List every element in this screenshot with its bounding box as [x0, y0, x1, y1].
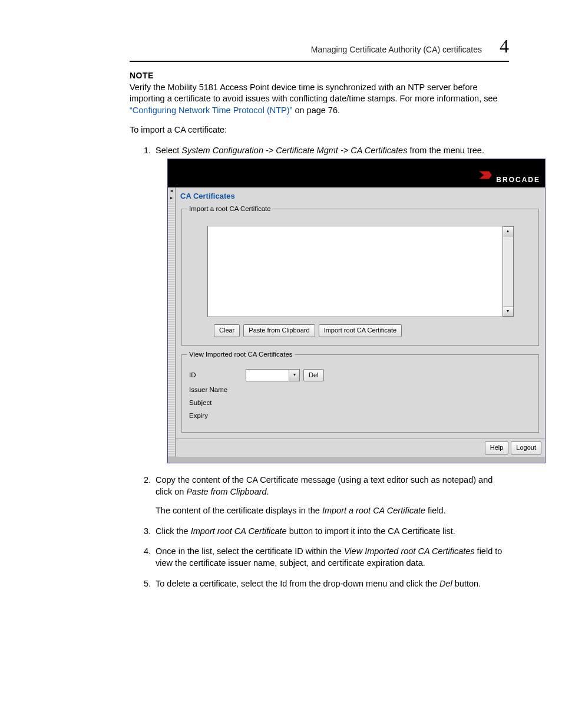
step-3: Click the Import root CA Certificate but…: [153, 525, 509, 537]
import-legend: Import a root CA Certificate: [187, 204, 273, 213]
logout-button[interactable]: Logout: [511, 442, 541, 454]
splitter-handle[interactable]: ◂ ▸: [168, 187, 176, 457]
scroll-down-icon[interactable]: ▾: [503, 307, 513, 317]
paste-from-clipboard-button[interactable]: Paste from Clipboard: [243, 324, 315, 337]
chapter-number: 4: [500, 35, 509, 57]
note-block: NOTE Verify the Mobility 5181 Access Poi…: [130, 70, 509, 116]
step-4: Once in the list, select the certificate…: [153, 545, 509, 569]
expiry-label: Expiry: [189, 411, 242, 420]
brand-label: BROCADE: [496, 175, 540, 185]
chevron-down-icon[interactable]: ▾: [289, 370, 299, 381]
del-button[interactable]: Del: [303, 369, 324, 381]
certificate-textarea[interactable]: [207, 226, 503, 317]
scroll-up-icon[interactable]: ▴: [503, 226, 513, 236]
app-bottom-strip: [168, 457, 545, 463]
import-fieldset: Import a root CA Certificate ▴ ▾ Clear: [181, 209, 539, 345]
note-text-after: on page 76.: [295, 106, 340, 115]
steps-list: Select System Configuration -> Certifica…: [141, 144, 509, 589]
step-5: To delete a certificate, select the Id f…: [153, 578, 509, 589]
view-fieldset: View Imported root CA Certificates ID ▾ …: [181, 354, 539, 433]
view-legend: View Imported root CA Certificates: [187, 350, 295, 359]
id-dropdown[interactable]: ▾: [246, 369, 300, 381]
app-footer: Help Logout: [176, 439, 545, 456]
header-rule: [130, 61, 509, 62]
step-2: Copy the content of the CA Certificate m…: [153, 474, 509, 517]
note-label: NOTE: [130, 71, 154, 80]
ntp-link[interactable]: “Configuring Network Time Protocol (NTP)…: [130, 106, 292, 115]
ca-certificates-app: BROCADE ◂ ▸ CA Certificates Import a roo…: [167, 159, 546, 463]
help-button[interactable]: Help: [485, 442, 509, 454]
import-root-ca-button[interactable]: Import root CA Certificate: [319, 324, 402, 337]
page-header: Managing Certificate Authority (CA) cert…: [130, 35, 509, 57]
brocade-logo-icon: [478, 170, 492, 180]
id-dropdown-value: [246, 370, 289, 381]
running-title: Managing Certificate Authority (CA) cert…: [311, 45, 482, 54]
note-text: Verify the Mobility 5181 Access Point de…: [130, 83, 498, 104]
chevron-left-icon: ◂: [168, 187, 175, 195]
id-label: ID: [189, 370, 242, 380]
textarea-scrollbar[interactable]: ▴ ▾: [503, 226, 514, 317]
step-1: Select System Configuration -> Certifica…: [153, 144, 509, 463]
intro-text: To import a CA certificate:: [130, 124, 509, 136]
issuer-name-label: Issuer Name: [189, 385, 242, 394]
chevron-right-icon: ▸: [168, 195, 175, 202]
subject-label: Subject: [189, 398, 242, 407]
clear-button[interactable]: Clear: [214, 324, 240, 337]
app-header-bar: BROCADE: [168, 159, 545, 187]
